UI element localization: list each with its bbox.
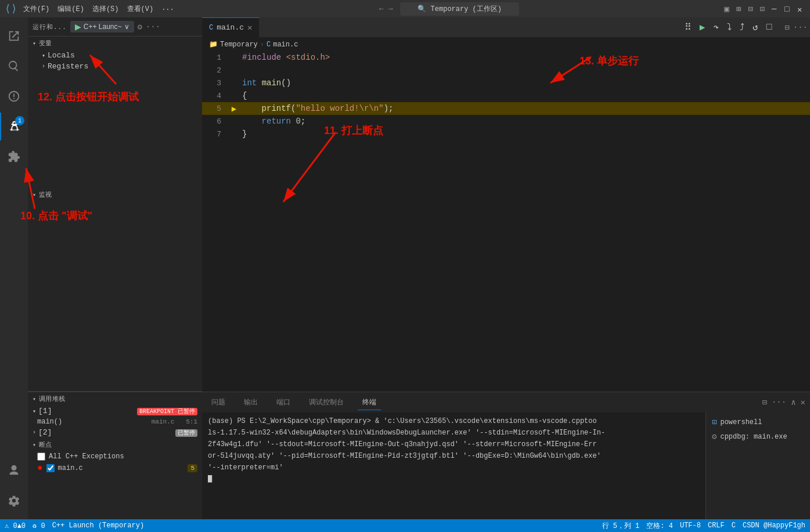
activity-debug[interactable]: 1 [0,113,28,140]
locals-chevron: ▾ [42,52,45,59]
line-content-6: return 0; [240,117,305,126]
status-errors[interactable]: ⚠ 0▲0 [5,522,26,530]
tab-output[interactable]: 输出 [239,395,262,410]
line-num-4: 4 [202,92,228,100]
code-editor[interactable]: 1 #include <stdio.h> 2 3 int main() [202,51,810,392]
status-launch[interactable]: C++ Launch (Temporary) [52,522,144,530]
c-file-icon: C [209,24,213,32]
tab-main-c[interactable]: C main.c ✕ [202,17,260,38]
debug-continue-btn[interactable]: ▶ [697,20,708,34]
status-right: 行 5，列 1 空格: 4 UTF-8 CRLF C CSDN @HappyF1… [602,521,805,531]
debug-gear-button[interactable]: ⚙ [138,22,142,32]
breakpoints-section[interactable]: ▾ 断点 [28,438,202,451]
tab-problems[interactable]: 问题 [207,395,230,410]
status-bar: ⚠ 0▲0 ♻ 0 C++ Launch (Temporary) 行 5，列 1… [0,519,810,532]
registers-item[interactable]: › Registers [28,61,202,72]
line-num-3: 3 [202,79,228,88]
status-line-ending[interactable]: CRLF [708,522,725,530]
terminal-cursor: █ [208,474,700,484]
variables-section[interactable]: ▾ 变量 [28,37,202,50]
titlebar-right: ▣ ⊞ ⊟ ⊡ [724,4,765,14]
breakpoint-badge: BREAKPOINT 已暂停 [137,407,197,415]
callstack-thread1[interactable]: ▾ [1] BREAKPOINT 已暂停 [28,406,202,417]
status-spaces[interactable]: 空格: 4 [646,521,673,531]
tab-terminal[interactable]: 终端 [358,395,381,410]
layout-btn2[interactable]: ⊞ [736,4,741,14]
breadcrumb-folder[interactable]: 📁 Temporary [209,40,258,49]
breadcrumb-file[interactable]: C main.c [267,41,298,49]
panel-close-btn[interactable]: ✕ [801,397,805,407]
run-label: 运行和... [33,23,67,31]
bp-all-exceptions[interactable]: All C++ Exceptions [28,451,202,462]
panel-collapse-btn[interactable]: ∧ [791,397,795,407]
debug-step-out-btn[interactable]: ⤴ [737,21,747,34]
thread2-chevron: › [33,429,36,436]
debug-restart-btn[interactable]: ↺ [750,20,761,34]
activity-extensions[interactable] [0,143,28,171]
watch-chevron: ▾ [33,191,37,198]
activity-search[interactable] [0,52,28,80]
layout-btn1[interactable]: ▣ [724,4,729,14]
status-git[interactable]: ♻ 0 [33,522,45,530]
titlebar-center: ← → 🔍 Temporary (工作区) [174,2,725,16]
status-language[interactable]: C [732,522,736,530]
callstack-section[interactable]: ▾ 调用堆栈 [28,392,202,406]
line-num-1: 1 [202,53,228,62]
tab-ports[interactable]: 端口 [272,395,295,410]
menu-view[interactable]: 查看(V) [127,4,154,14]
code-line-2: 2 [202,64,810,77]
status-encoding[interactable]: UTF-8 [680,522,701,530]
run-debug-button[interactable]: ▶ C++ Launc~ ∨ [70,21,134,32]
line-content-4: { [240,91,247,100]
callstack-main[interactable]: main() main.c 5:1 [28,417,202,427]
activity-bottom [0,457,28,519]
terminal-powershell[interactable]: ⊡ powershell [706,415,810,429]
bp-main-item[interactable]: ● main.c 5 [28,462,202,475]
bp-all-checkbox[interactable] [37,453,45,461]
minimize-button[interactable]: ─ [772,5,780,13]
debug-stop-btn[interactable]: □ [764,21,775,34]
layout-btn3[interactable]: ⊟ [748,4,753,14]
terminal-line-5: '--interpreter=mi' [208,462,700,473]
terminal-cppdbg[interactable]: ⚙ cppdbg: main.exe [706,429,810,444]
breakpoints-label: 断点 [39,440,52,449]
menu-bar[interactable]: 文件(F) 编辑(E) 选择(S) 查看(V) ... [23,4,174,14]
maximize-button[interactable]: □ [784,5,793,13]
close-button[interactable]: ✕ [797,5,805,13]
locals-item[interactable]: ▾ Locals [28,50,202,61]
menu-more[interactable]: ... [161,4,174,14]
panel-split-btn[interactable]: ⊟ [762,397,766,407]
menu-edit[interactable]: 编辑(E) [57,4,84,14]
line-num-5: 5 [202,104,228,113]
breakpoints-chevron: ▾ [33,441,37,448]
debug-more-button[interactable]: ··· [146,22,160,31]
panel-more-btn[interactable]: ··· [772,397,786,407]
status-line-col[interactable]: 行 5，列 1 [602,521,640,531]
tab-close-button[interactable]: ✕ [247,23,252,32]
back-button[interactable]: ← [379,5,384,13]
editor-more-btn[interactable]: ··· [793,23,808,32]
editor-split-btn[interactable]: ⊟ [784,23,789,32]
tab-debug-console[interactable]: 调试控制台 [304,395,348,410]
callstack-thread2[interactable]: › [2] 已暂停 [28,427,202,438]
terminal-output[interactable]: (base) PS E:\2_WorkSpace\cpp\Temporary> … [202,412,705,519]
debug-step-into-btn[interactable]: ⤵ [725,21,734,34]
activity-settings[interactable] [0,487,28,515]
stopped-badge: BREAKPOINT 已暂停 [137,408,197,415]
watch-section[interactable]: ▾ 监视 [28,188,202,201]
activity-account[interactable] [0,457,28,484]
variables-label: 变量 [39,39,52,48]
debug-dots-btn[interactable]: ⠿ [682,20,694,34]
bottom-panel: 问题 输出 端口 调试控制台 终端 ⊟ ··· ∧ ✕ (base) PS E:… [202,392,810,519]
activity-explorer[interactable] [0,22,28,50]
line-content-1: #include <stdio.h> [240,53,330,62]
play-icon: ▶ [75,22,81,31]
forward-button[interactable]: → [388,5,393,13]
activity-git[interactable] [0,82,28,110]
debug-step-over-btn[interactable]: ↷ [711,20,721,34]
sidebar: 运行和... ▶ C++ Launc~ ∨ ⚙ ··· ▾ 变量 ▾ Local… [28,17,202,519]
menu-file[interactable]: 文件(F) [23,4,50,14]
layout-btn4[interactable]: ⊡ [760,4,765,14]
menu-select[interactable]: 选择(S) [92,4,119,14]
bp-main-checkbox[interactable] [46,464,55,472]
